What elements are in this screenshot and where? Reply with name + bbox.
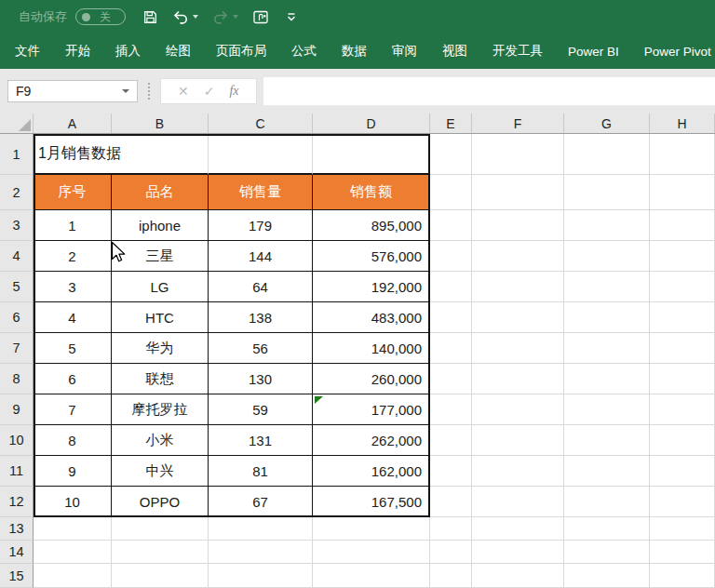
cell-F4[interactable]	[472, 241, 564, 272]
save-button[interactable]	[142, 9, 158, 25]
row-header-5[interactable]: 5	[0, 272, 34, 302]
column-header-H[interactable]: H	[650, 114, 715, 133]
tab-insert[interactable]: 插入	[115, 43, 141, 60]
column-header-A[interactable]: A	[34, 114, 112, 133]
cell-A4[interactable]: 2	[34, 241, 112, 272]
cell-G1[interactable]	[564, 134, 650, 175]
name-box[interactable]: F9	[7, 80, 138, 102]
touch-mode-button[interactable]	[252, 9, 271, 25]
cell-C3[interactable]: 179	[209, 210, 313, 241]
tab-data[interactable]: 数据	[342, 43, 367, 60]
row-header-12[interactable]: 12	[0, 487, 34, 517]
cell-B14[interactable]	[112, 541, 209, 564]
cell-H11[interactable]	[650, 456, 715, 487]
cell-C6[interactable]: 138	[209, 302, 313, 333]
cell-G6[interactable]	[564, 302, 650, 333]
cell-A11[interactable]: 9	[34, 456, 112, 487]
cell-G5[interactable]	[564, 272, 650, 302]
cell-A7[interactable]: 5	[34, 333, 112, 364]
row-header-9[interactable]: 9	[0, 394, 34, 425]
row-header-15[interactable]: 15	[0, 564, 34, 588]
select-all-button[interactable]	[0, 114, 34, 133]
cell-A10[interactable]: 8	[34, 425, 112, 456]
row-header-13[interactable]: 13	[0, 517, 34, 541]
cell-G3[interactable]	[564, 210, 650, 241]
cell-E9[interactable]	[430, 394, 472, 425]
cell-F9[interactable]	[472, 394, 564, 425]
cell-G2[interactable]	[564, 175, 650, 210]
tab-formulas[interactable]: 公式	[291, 43, 317, 60]
cell-D6[interactable]: 483,000	[313, 302, 430, 333]
cell-A15[interactable]	[34, 564, 112, 588]
row-header-3[interactable]: 3	[0, 210, 34, 241]
cell-C7[interactable]: 56	[209, 333, 313, 364]
cell-C9[interactable]: 59	[209, 394, 313, 425]
cell-F12[interactable]	[472, 487, 564, 517]
cell-C8[interactable]: 130	[209, 364, 313, 394]
row-header-14[interactable]: 14	[0, 541, 34, 564]
cell-B5[interactable]: LG	[112, 272, 209, 302]
cell-D3[interactable]: 895,000	[313, 210, 430, 241]
cell-H2[interactable]	[650, 175, 715, 210]
row-header-2[interactable]: 2	[0, 175, 34, 210]
cell-G14[interactable]	[564, 541, 650, 564]
cancel-icon[interactable]: ✕	[178, 84, 189, 99]
cell-C11[interactable]: 81	[209, 456, 313, 487]
cell-C1[interactable]	[209, 134, 313, 175]
cell-E2[interactable]	[430, 175, 472, 210]
cell-E7[interactable]	[430, 333, 472, 364]
insert-function-icon[interactable]: fx	[229, 84, 238, 99]
tab-developer[interactable]: 开发工具	[492, 43, 543, 60]
cell-H12[interactable]	[650, 487, 715, 517]
cell-D1[interactable]	[313, 134, 430, 175]
cell-H9[interactable]	[650, 394, 715, 425]
cell-F1[interactable]	[472, 134, 564, 175]
cell-B2[interactable]: 品名	[112, 175, 209, 210]
cell-E5[interactable]	[430, 272, 472, 302]
cell-F6[interactable]	[472, 302, 564, 333]
cell-D10[interactable]: 262,000	[313, 425, 430, 456]
cell-B13[interactable]	[112, 517, 209, 541]
cell-A3[interactable]: 1	[34, 210, 112, 241]
cell-B15[interactable]	[112, 564, 209, 588]
formula-input[interactable]	[263, 77, 715, 105]
cell-C12[interactable]: 67	[209, 487, 313, 517]
undo-dropdown-icon[interactable]	[193, 15, 198, 19]
cell-A12[interactable]: 10	[34, 487, 112, 517]
name-box-dropdown-icon[interactable]	[122, 89, 129, 93]
column-header-C[interactable]: C	[209, 114, 313, 133]
cell-E13[interactable]	[430, 517, 472, 541]
cell-E10[interactable]	[430, 425, 472, 456]
cell-H15[interactable]	[650, 564, 715, 588]
customize-qat-button[interactable]	[285, 11, 298, 22]
row-header-8[interactable]: 8	[0, 364, 34, 394]
cell-E11[interactable]	[430, 456, 472, 487]
row-header-4[interactable]: 4	[0, 241, 34, 272]
cell-F10[interactable]	[472, 425, 564, 456]
cell-A14[interactable]	[34, 541, 112, 564]
cell-B11[interactable]: 中兴	[112, 456, 209, 487]
cell-G12[interactable]	[564, 487, 650, 517]
tab-power-pivot[interactable]: Power Pivot	[644, 45, 711, 59]
tab-file[interactable]: 文件	[15, 43, 40, 60]
cell-E14[interactable]	[430, 541, 472, 564]
undo-button[interactable]	[172, 10, 198, 24]
enter-icon[interactable]: ✓	[204, 84, 215, 99]
cell-F2[interactable]	[472, 175, 564, 210]
cell-H13[interactable]	[650, 517, 715, 541]
cell-A13[interactable]	[34, 517, 112, 541]
column-header-D[interactable]: D	[313, 114, 430, 133]
cell-F13[interactable]	[472, 517, 564, 541]
cell-B6[interactable]: HTC	[112, 302, 209, 333]
cell-C2[interactable]: 销售量	[209, 175, 313, 210]
tab-home[interactable]: 开始	[65, 43, 90, 60]
cell-E12[interactable]	[430, 487, 472, 517]
cell-D4[interactable]: 576,000	[313, 241, 430, 272]
cell-F11[interactable]	[472, 456, 564, 487]
cell-F14[interactable]	[472, 541, 564, 564]
cell-G9[interactable]	[564, 394, 650, 425]
cell-H10[interactable]	[650, 425, 715, 456]
cell-D14[interactable]	[313, 541, 430, 564]
cell-A8[interactable]: 6	[34, 364, 112, 394]
cell-G15[interactable]	[564, 564, 650, 588]
